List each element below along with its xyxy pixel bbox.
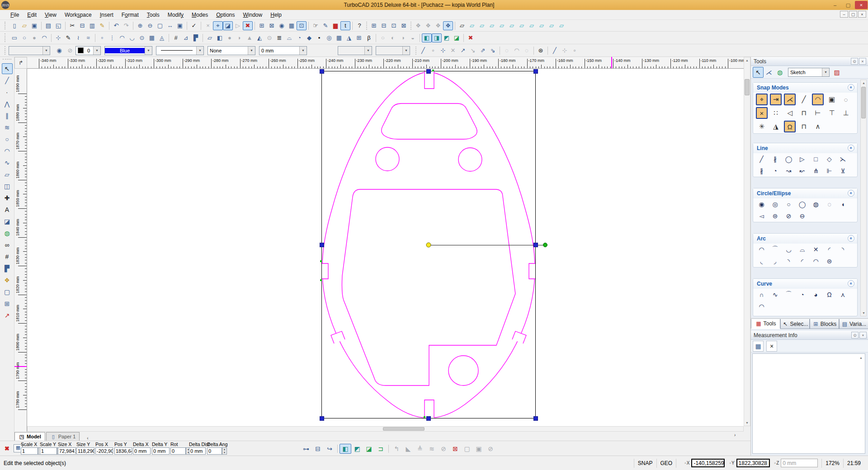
line-point-icon[interactable]: ⊻ bbox=[837, 166, 849, 176]
selection-frame[interactable] bbox=[322, 71, 546, 418]
undo-icon[interactable]: ↶ bbox=[111, 21, 121, 30]
canvas-horizontal-scrollbar[interactable] bbox=[27, 426, 744, 432]
menu-options[interactable]: Options bbox=[212, 11, 239, 19]
multiline-icon[interactable]: ≋ bbox=[2, 122, 13, 133]
solid-icon[interactable]: ◫ bbox=[2, 181, 13, 192]
snap-grid-icon[interactable]: ∷ bbox=[770, 107, 782, 119]
palette-combo[interactable]: Sketch ▼ bbox=[788, 68, 830, 77]
edit-style-icon[interactable]: ✎ bbox=[321, 21, 330, 30]
prism-icon[interactable]: ◆ bbox=[304, 33, 314, 42]
snap-rubber-icon[interactable]: ◁ bbox=[784, 107, 796, 119]
panel-scroll-thumb[interactable] bbox=[861, 87, 866, 118]
snap-vertex-icon[interactable]: ⌖ bbox=[213, 21, 223, 30]
pos-y-input[interactable]: 1836,6463 bbox=[114, 447, 132, 455]
rectangle-icon[interactable]: ▭ bbox=[9, 33, 19, 42]
menu-help[interactable]: Help bbox=[266, 11, 286, 19]
line-irregular-icon[interactable]: ▷ bbox=[797, 154, 808, 164]
draft-on-icon[interactable]: ◧ bbox=[422, 33, 432, 42]
render-3-icon[interactable]: ❖ bbox=[433, 21, 443, 30]
ellipse-fixed-ratio-icon[interactable]: ⊖ bbox=[797, 211, 808, 221]
draw-order-cp-icon[interactable]: ◪ bbox=[363, 444, 375, 454]
arc-node-icon[interactable]: ◠ bbox=[512, 46, 522, 55]
insert-block-icon[interactable]: ⊠ bbox=[267, 21, 277, 30]
ellipse-rotated-icon[interactable]: ⊘ bbox=[783, 211, 794, 221]
menu-view[interactable]: View bbox=[41, 11, 61, 19]
arc-tan-line-icon[interactable]: ✕ bbox=[810, 244, 821, 254]
line-tangent-arc-icon[interactable]: ◔ bbox=[769, 166, 781, 176]
paste-icon[interactable]: ▥ bbox=[87, 21, 97, 30]
line-perp-arc-icon[interactable]: ↜ bbox=[797, 166, 808, 176]
solid-icon[interactable]: ▪ bbox=[314, 33, 324, 42]
workplane-2-icon[interactable]: ⊟ bbox=[379, 21, 389, 30]
collapse-chevron-icon[interactable]: « bbox=[848, 145, 854, 151]
polyline-icon[interactable]: ⋀ bbox=[2, 99, 13, 109]
curve-spiral-icon[interactable]: ◔ bbox=[797, 290, 808, 300]
circle-tool-icon[interactable]: ○ bbox=[19, 33, 29, 42]
view-iso-se-icon[interactable]: ▱ bbox=[527, 21, 537, 30]
curve-bezier-icon[interactable]: ∩ bbox=[756, 290, 767, 300]
compass-icon[interactable]: ◉ bbox=[277, 21, 287, 30]
snap-horizontal-icon[interactable]: ⊥ bbox=[840, 107, 852, 119]
close-icon[interactable]: × bbox=[859, 332, 867, 338]
menu-modes[interactable]: Modes bbox=[188, 11, 212, 19]
scroll-down-icon[interactable]: ▼ bbox=[744, 420, 750, 426]
boolean-icon[interactable]: β bbox=[364, 33, 374, 42]
line-bisector-icon[interactable]: ⋔ bbox=[810, 166, 821, 176]
view-front-icon[interactable]: ▱ bbox=[467, 21, 477, 30]
scroll-up-icon[interactable]: ▲ bbox=[861, 80, 867, 86]
redo-icon[interactable]: ↷ bbox=[121, 21, 131, 30]
snap-star-icon[interactable]: ✳ bbox=[756, 121, 768, 132]
child-close-button[interactable]: × bbox=[858, 11, 866, 18]
zoom-level[interactable]: 172% bbox=[826, 460, 840, 466]
pen-width-combo[interactable]: 0 mm ▼ bbox=[259, 46, 307, 55]
grid-icon[interactable]: # bbox=[171, 33, 181, 42]
save-icon[interactable]: ▣ bbox=[29, 21, 39, 30]
tab-paper-1[interactable]: ▯ Paper 1 bbox=[46, 432, 80, 441]
pen-color-combo[interactable]: Blue ▼ bbox=[104, 46, 152, 55]
workplane-3-icon[interactable]: ⊡ bbox=[389, 21, 399, 30]
collapse-chevron-icon[interactable]: « bbox=[848, 84, 854, 91]
delta-y-input[interactable]: 0 mm bbox=[152, 447, 170, 455]
scroll-up-icon[interactable]: ▲ bbox=[858, 355, 864, 361]
snap-frame-icon[interactable]: ⊓ bbox=[798, 107, 810, 119]
circle-tan-line-icon[interactable]: ◍ bbox=[810, 199, 821, 209]
hatch-icon[interactable]: ▦ bbox=[147, 33, 157, 42]
snap-tangent-icon[interactable]: ⊢ bbox=[812, 107, 824, 119]
spell-check-icon[interactable]: ✓ bbox=[189, 21, 199, 30]
point-tool-icon[interactable]: ⊹ bbox=[53, 33, 63, 42]
child-restore-button[interactable]: ▢ bbox=[849, 11, 857, 18]
wedge-icon[interactable]: ◧ bbox=[215, 33, 225, 42]
arc-fixed-ratio-icon[interactable]: ⊜ bbox=[824, 256, 835, 266]
box-icon[interactable]: ▱ bbox=[2, 169, 13, 180]
angle-icon[interactable]: ⊿ bbox=[181, 33, 191, 42]
zoom-extents-icon[interactable]: ↔ bbox=[165, 21, 175, 30]
new-icon[interactable]: ▯ bbox=[9, 21, 19, 30]
menu-edit[interactable]: Edit bbox=[23, 11, 41, 19]
arc-perp-icon[interactable]: ◞ bbox=[769, 256, 781, 266]
shrink-icon[interactable]: ⇘ bbox=[488, 46, 498, 55]
shade-gouraud-icon[interactable]: ◒ bbox=[408, 33, 418, 42]
rect-small-icon[interactable]: ▫ bbox=[97, 33, 107, 42]
snap-workplane-icon[interactable]: ◮ bbox=[770, 121, 782, 132]
no-snap-icon[interactable]: × bbox=[203, 21, 213, 30]
arc-1-2-3-icon[interactable]: ◜ bbox=[824, 244, 835, 254]
line-rotated-rect-icon[interactable]: ◇ bbox=[824, 154, 835, 164]
panel-scrollbar[interactable]: ▲ ▼ bbox=[860, 80, 867, 316]
menu-format[interactable]: Format bbox=[118, 11, 143, 19]
snap-nearest-icon[interactable]: ◪ bbox=[223, 21, 233, 30]
pin-icon[interactable]: ⊙ bbox=[851, 58, 858, 65]
hemisphere-icon[interactable]: ◗ bbox=[235, 33, 245, 42]
curve-helix-icon[interactable]: ◕ bbox=[810, 290, 821, 300]
extra-combo-1[interactable]: ▼ bbox=[338, 46, 372, 55]
workplane-1-icon[interactable]: ⊞ bbox=[369, 21, 379, 30]
copy-icon[interactable]: ⊟ bbox=[77, 21, 87, 30]
x-copy-icon[interactable]: ⊠ bbox=[449, 444, 461, 454]
render-4-icon[interactable]: ❖ bbox=[443, 21, 453, 30]
triangle-icon[interactable]: ◬ bbox=[157, 33, 167, 42]
geo-status[interactable]: GEO bbox=[660, 460, 673, 466]
ellipse-node-icon[interactable]: ◌ bbox=[522, 46, 532, 55]
selector-2d-icon[interactable]: ⊶ bbox=[300, 444, 312, 454]
move-icon[interactable]: ✚ bbox=[2, 193, 13, 203]
render-icon[interactable]: ❖ bbox=[2, 275, 13, 286]
layer-combo[interactable]: 0 ▼ bbox=[75, 46, 101, 55]
